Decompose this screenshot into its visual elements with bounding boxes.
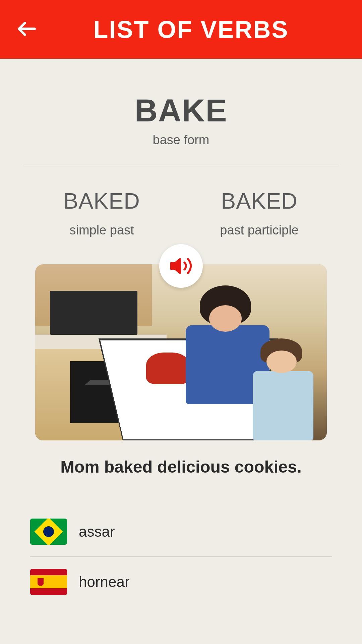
example-sentence: Mom baked delicious cookies. (23, 457, 339, 477)
arrow-left-icon (15, 17, 39, 41)
translation-word: assar (79, 523, 115, 540)
verb-past-participle-label: past participle (220, 223, 298, 237)
translation-row[interactable]: hornear (30, 557, 332, 607)
verb-past-participle-column: BAKED past participle (220, 188, 298, 237)
verb-forms-row: BAKED simple past BAKED past participle (23, 188, 339, 237)
verb-simple-past-column: BAKED simple past (63, 188, 140, 237)
play-audio-button[interactable] (159, 244, 203, 288)
verb-base-form: BAKE (23, 92, 339, 129)
verb-simple-past-label: simple past (63, 223, 140, 237)
page-title: LIST OF VERBS (15, 16, 347, 43)
header: LIST OF VERBS (0, 0, 362, 59)
verb-base-form-label: base form (23, 133, 339, 147)
back-button[interactable] (15, 17, 39, 42)
image-container (35, 264, 327, 440)
verb-illustration (35, 264, 327, 440)
brazil-flag-icon (30, 519, 67, 545)
speaker-icon (169, 254, 193, 278)
translation-word: hornear (79, 574, 130, 590)
verb-past-participle: BAKED (220, 188, 298, 214)
verb-main: BAKE base form (23, 92, 339, 147)
content: BAKE base form BAKED simple past BAKED p… (0, 59, 362, 607)
svg-marker-1 (171, 259, 180, 273)
divider (23, 166, 339, 166)
translations-list: assar hornear (23, 507, 339, 607)
verb-simple-past: BAKED (63, 188, 140, 214)
translation-row[interactable]: assar (30, 507, 332, 556)
spain-flag-icon (30, 569, 67, 595)
